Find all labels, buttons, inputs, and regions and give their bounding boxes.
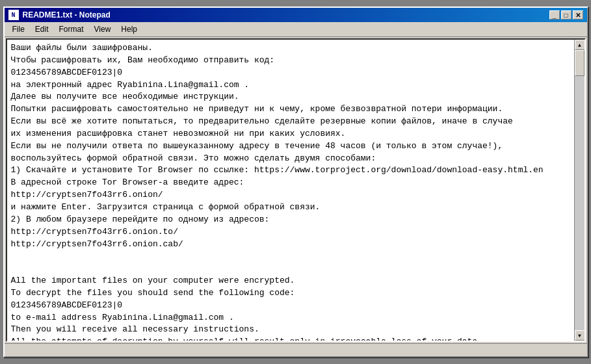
close-button[interactable]: ✕ bbox=[573, 10, 583, 20]
title-bar-left: N README1.txt - Notepad bbox=[8, 10, 111, 20]
menu-bar: File Edit Format View Help bbox=[5, 22, 587, 37]
scroll-track[interactable] bbox=[575, 50, 584, 330]
window-title: README1.txt - Notepad bbox=[23, 10, 111, 20]
status-bar bbox=[5, 343, 587, 356]
title-bar: N README1.txt - Notepad _ □ ✕ bbox=[5, 8, 587, 22]
maximize-button[interactable]: □ bbox=[561, 10, 571, 20]
content-area: Ваши файлы были зашифрованы. Чтобы расши… bbox=[6, 38, 586, 342]
minimize-button[interactable]: _ bbox=[549, 10, 560, 20]
title-buttons: _ □ ✕ bbox=[549, 10, 583, 20]
notepad-window: N README1.txt - Notepad _ □ ✕ File Edit … bbox=[3, 6, 588, 358]
menu-file[interactable]: File bbox=[7, 23, 30, 35]
menu-help[interactable]: Help bbox=[116, 23, 142, 35]
menu-format[interactable]: Format bbox=[54, 23, 89, 35]
menu-view[interactable]: View bbox=[89, 23, 116, 35]
scroll-down-button[interactable]: ▼ bbox=[575, 330, 585, 341]
notepad-icon-text: N bbox=[11, 12, 15, 19]
scroll-thumb[interactable] bbox=[575, 50, 584, 76]
vertical-scrollbar[interactable]: ▲ ▼ bbox=[574, 40, 584, 341]
text-editor[interactable]: Ваши файлы были зашифрованы. Чтобы расши… bbox=[7, 40, 574, 341]
menu-edit[interactable]: Edit bbox=[30, 23, 54, 35]
scroll-up-button[interactable]: ▲ bbox=[575, 40, 585, 50]
notepad-icon: N bbox=[8, 10, 19, 20]
